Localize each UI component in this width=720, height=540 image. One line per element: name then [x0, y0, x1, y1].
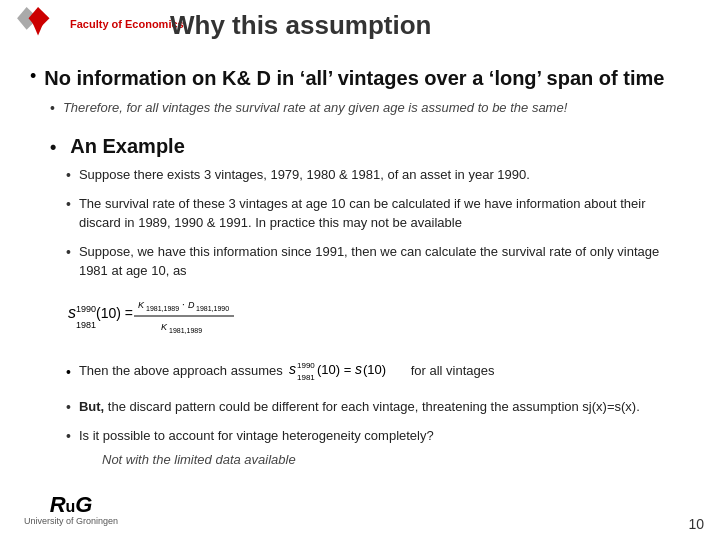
- then-label: Then the above approach assumes: [79, 362, 283, 381]
- svg-text:s: s: [68, 304, 76, 321]
- section-title: An Example: [70, 135, 184, 158]
- example-bullet-1: • Suppose there exists 3 vintages, 1979,…: [66, 166, 690, 185]
- section-header: • An Example: [50, 135, 690, 158]
- top-bullet: • No information on K& D in ‘all’ vintag…: [30, 65, 690, 91]
- section-bullet-icon: •: [50, 137, 56, 158]
- example-text-2: The survival rate of these 3 vintages at…: [79, 195, 690, 233]
- page-title: Why this assumption: [170, 10, 431, 41]
- rug-logo: RuG University of Groningen: [24, 494, 118, 526]
- svg-text:1981: 1981: [297, 373, 315, 382]
- svg-text:1990: 1990: [76, 304, 96, 314]
- faculty-name-label: Faculty of Economics: [70, 18, 184, 31]
- example-text-3: Suppose, we have this information since …: [79, 243, 690, 281]
- example-text-1: Suppose there exists 3 vintages, 1979, 1…: [79, 166, 530, 185]
- svg-text:1981,1990: 1981,1990: [196, 305, 229, 312]
- top-bullet-text: No information on K& D in ‘all’ vintages…: [44, 65, 664, 91]
- sub-bullet-icon: •: [50, 100, 55, 116]
- rug-monogram: RuG: [50, 494, 93, 516]
- university-name: University of Groningen: [24, 516, 118, 526]
- svg-text:1981,1989: 1981,1989: [146, 305, 179, 312]
- svg-marker-2: [32, 22, 43, 35]
- but-bullet-icon: •: [66, 399, 71, 415]
- ex-bullet-icon-3: •: [66, 244, 71, 260]
- main-content: • No information on K& D in ‘all’ vintag…: [0, 55, 720, 540]
- formula-block: s 1990 1981 (10) = K 1981,1989 · D 1981,…: [66, 288, 690, 340]
- svg-text:(10) =: (10) =: [96, 305, 133, 321]
- faculty-logo: Faculty of Economics: [16, 5, 184, 45]
- ex-bullet-icon-1: •: [66, 167, 71, 183]
- page-number: 10: [688, 516, 704, 532]
- logo-icon: [16, 5, 62, 45]
- q-bullet-icon: •: [66, 428, 71, 444]
- then-line: • Then the above approach assumes s 1990…: [66, 354, 690, 388]
- svg-text:s: s: [289, 361, 296, 377]
- but-label: But,: [79, 399, 108, 414]
- svg-text:(10) =: (10) =: [317, 362, 351, 377]
- svg-text:K: K: [161, 322, 168, 332]
- sub-bullet-1: • Therefore, for all vintages the surviv…: [50, 99, 690, 117]
- but-text: But, the discard pattern could be differ…: [79, 398, 640, 417]
- question-text: Is it possible to account for vintage he…: [79, 427, 434, 446]
- example-bullet-3: • Suppose, we have this information sinc…: [66, 243, 690, 281]
- svg-text:1981: 1981: [76, 320, 96, 330]
- svg-text:K: K: [138, 300, 145, 310]
- bullet-icon: •: [30, 66, 36, 87]
- formula-svg: s 1990 1981 (10) = K 1981,1989 · D 1981,…: [66, 288, 286, 340]
- sub-bullet-text: Therefore, for all vintages the survival…: [63, 99, 567, 117]
- answer-text: Not with the limited data available: [102, 452, 296, 467]
- then-formula-svg: s 1990 1981 (10) = s (10): [287, 354, 407, 388]
- then-bullet-icon: •: [66, 364, 71, 380]
- but-bullet: • But, the discard pattern could be diff…: [66, 398, 690, 417]
- svg-text:s: s: [355, 361, 362, 377]
- question-bullet: • Is it possible to account for vintage …: [66, 427, 690, 446]
- svg-text:D: D: [188, 300, 195, 310]
- example-bullet-2: • The survival rate of these 3 vintages …: [66, 195, 690, 233]
- then-suffix: for all vintages: [411, 362, 495, 381]
- svg-text:(10): (10): [363, 362, 386, 377]
- svg-text:1981,1989: 1981,1989: [169, 327, 202, 334]
- answer-line: Not with the limited data available: [102, 450, 690, 468]
- svg-text:1990: 1990: [297, 361, 315, 370]
- svg-text:·: ·: [182, 299, 185, 310]
- ex-bullet-icon-2: •: [66, 196, 71, 212]
